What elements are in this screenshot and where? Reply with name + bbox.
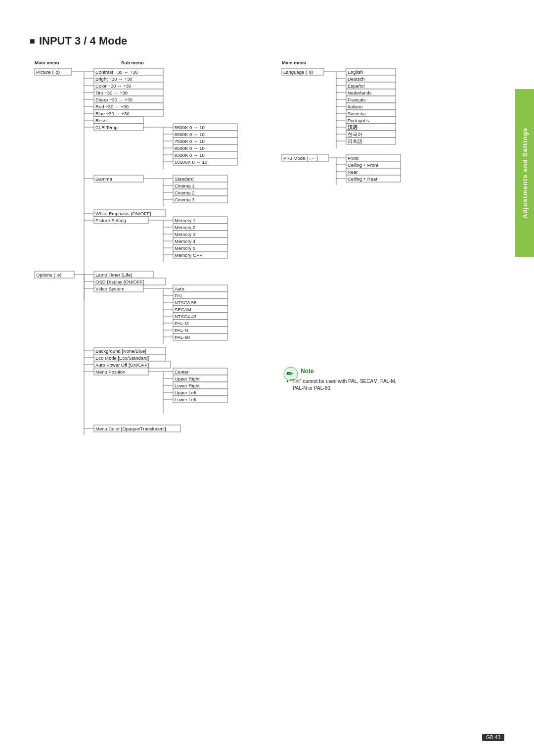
svg-text:Picture Setting: Picture Setting [95, 218, 126, 223]
svg-text:Nederlands: Nederlands [348, 90, 372, 95]
svg-text:Français: Français [348, 97, 366, 102]
svg-text:Memory 5: Memory 5 [175, 245, 195, 251]
svg-text:Memory OFF: Memory OFF [175, 252, 202, 258]
svg-text:Memory 2: Memory 2 [175, 225, 195, 230]
svg-text:CLR Temp: CLR Temp [95, 125, 118, 130]
svg-text:10500K    0 ↔ 10: 10500K 0 ↔ 10 [175, 159, 207, 165]
page-title: INPUT 3 / 4 Mode [30, 35, 504, 47]
svg-text:SECAM: SECAM [175, 307, 191, 312]
page-number-container: GB-43 [482, 734, 504, 741]
side-tab: Adjustments and Settings [515, 89, 534, 257]
svg-text:Color    −30 ↔ +30: Color −30 ↔ +30 [95, 83, 131, 89]
svg-text:↕↔: ↕↔ [309, 156, 314, 161]
svg-text:PAL-N: PAL-N [175, 328, 188, 333]
diagram-container: Main menu Sub menu Main menu Picture ( ⊙… [30, 57, 504, 489]
svg-text:6500K    0 ↔ 10: 6500K 0 ↔ 10 [175, 132, 205, 137]
svg-text:PRJ Mode (: PRJ Mode ( [283, 155, 309, 161]
svg-text:Menu Position: Menu Position [95, 369, 125, 375]
svg-text:Video System: Video System [95, 286, 125, 291]
svg-text:Bright    −30 ↔ +30: Bright −30 ↔ +30 [95, 76, 132, 82]
svg-text:Lamp Timer (Life): Lamp Timer (Life) [95, 272, 132, 278]
svg-text:NTSC3.58: NTSC3.58 [175, 300, 196, 305]
sub-menu-header: Sub menu [121, 60, 144, 65]
note-title: Note [301, 368, 314, 375]
svg-text:Options (: Options ( [36, 272, 55, 278]
svg-text:Lower Right: Lower Right [175, 383, 200, 388]
svg-text:Eco Mode [Eco/Standard]: Eco Mode [Eco/Standard] [95, 355, 149, 361]
menu-diagram-svg: Main menu Sub menu Main menu Picture ( ⊙… [30, 57, 514, 488]
svg-text:Rear: Rear [348, 169, 358, 175]
svg-text:Auto Power Off  [ON/OFF]: Auto Power Off [ON/OFF] [95, 362, 149, 368]
svg-text:Contrast    −30 ↔ +30: Contrast −30 ↔ +30 [95, 69, 138, 75]
svg-text:Português: Português [348, 118, 369, 123]
svg-text:Auto: Auto [175, 286, 184, 291]
svg-text:Ceiling + Rear: Ceiling + Rear [348, 176, 377, 182]
page-number-badge: GB-43 [482, 734, 504, 741]
page-container: Adjustments and Settings INPUT 3 / 4 Mod… [0, 0, 534, 756]
svg-text:汉语: 汉语 [348, 125, 358, 130]
svg-text:): ) [316, 155, 318, 161]
note-line1: • "Tint" cannot be used with PAL, SECAM,… [287, 378, 397, 384]
svg-text:Italiano: Italiano [348, 104, 363, 109]
svg-text:Deutsch: Deutsch [348, 76, 365, 82]
svg-text:Ceiling + Front: Ceiling + Front [348, 162, 378, 168]
svg-text:5500K    0 ↔ 10: 5500K 0 ↔ 10 [175, 125, 205, 130]
svg-text:Cinema 3: Cinema 3 [175, 197, 195, 202]
main-menu2-header: Main menu [282, 60, 307, 65]
svg-text:Svenska: Svenska [348, 111, 366, 116]
svg-text:Memory 1: Memory 1 [175, 218, 195, 223]
svg-text:7500K    0 ↔ 10: 7500K 0 ↔ 10 [175, 139, 205, 144]
svg-text:OSD Display  [ON/OFF]: OSD Display [ON/OFF] [95, 279, 144, 284]
svg-text:NTSC4.43: NTSC4.43 [175, 314, 196, 319]
svg-text:PAL-M: PAL-M [175, 321, 188, 326]
svg-text:日本語: 日本語 [348, 139, 362, 144]
svg-text:Lower Left: Lower Left [175, 397, 197, 402]
svg-text:Blue    −30 ↔ +30: Blue −30 ↔ +30 [95, 111, 130, 116]
svg-text:Background [None/Blue]: Background [None/Blue] [95, 348, 146, 354]
svg-text:8500K    0 ↔ 10: 8500K 0 ↔ 10 [175, 145, 205, 151]
svg-text:Standard: Standard [175, 176, 194, 182]
svg-text:Upper Left: Upper Left [175, 390, 197, 395]
svg-text:Gamma: Gamma [95, 176, 113, 182]
svg-text:Language (: Language ( [283, 69, 308, 75]
svg-text:한국어: 한국어 [348, 132, 362, 137]
svg-text:PAL-60: PAL-60 [175, 334, 190, 340]
svg-text:Front: Front [348, 155, 359, 161]
svg-text:English: English [348, 69, 363, 75]
svg-text:Upper Right: Upper Right [175, 376, 200, 381]
svg-text:White Emphasis  [ON/OFF]: White Emphasis [ON/OFF] [95, 211, 151, 216]
svg-text:): ) [58, 69, 60, 75]
note-line2: PAL-N or PAL-60. [293, 385, 332, 391]
svg-text:Menu Color [Opaque/Translucent: Menu Color [Opaque/Translucent] [95, 426, 166, 431]
svg-text:Reset: Reset [95, 118, 108, 123]
svg-text:Tint    −30 ↔ +30: Tint −30 ↔ +30 [95, 90, 128, 95]
svg-text:Español: Español [348, 83, 364, 89]
svg-text:Sharp    −30 ↔ +30: Sharp −30 ↔ +30 [95, 97, 133, 102]
svg-text:Cinema 1: Cinema 1 [175, 183, 195, 189]
svg-text:Memory 4: Memory 4 [175, 238, 195, 244]
svg-text:): ) [60, 272, 61, 278]
svg-text:Cinema 2: Cinema 2 [175, 190, 195, 195]
svg-text:PAL: PAL [175, 293, 183, 298]
svg-text:Memory 3: Memory 3 [175, 232, 195, 237]
svg-text:Center: Center [175, 369, 189, 375]
svg-text:Picture (: Picture ( [36, 69, 54, 75]
svg-text:Red    −30 ↔ +30: Red −30 ↔ +30 [95, 104, 129, 109]
main-menu-header: Main menu [35, 60, 59, 65]
svg-text:9300K    0 ↔ 10: 9300K 0 ↔ 10 [175, 152, 205, 158]
svg-text:): ) [312, 69, 313, 75]
note-icon: ✏ [286, 370, 294, 378]
